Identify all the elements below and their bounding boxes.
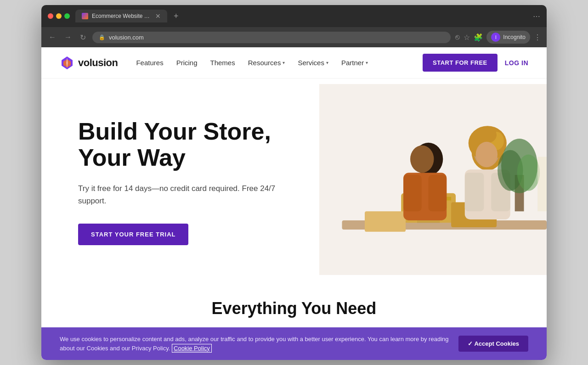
minimize-button[interactable] (56, 13, 62, 19)
trial-cta-button[interactable]: START YOUR FREE TRIAL (78, 224, 188, 245)
forward-button[interactable]: → (62, 32, 74, 42)
lock-icon: 🔒 (99, 34, 105, 40)
svg-point-29 (517, 155, 540, 191)
svg-rect-12 (403, 175, 422, 211)
nav-features[interactable]: Features (136, 59, 163, 67)
new-tab-button[interactable]: + (171, 11, 181, 22)
teaser-section: Everything You Need (41, 281, 547, 327)
logo-link[interactable]: volusion (60, 56, 118, 70)
tab-title: Ecommerce Website Store & S (92, 13, 152, 19)
tab-bar: Ecommerce Website Store & S ✕ + (75, 10, 527, 22)
browser-toolbar: ← → ↻ 🔒 volusion.com ⎋ ☆ 🧩 I Incognito ⋮ (41, 27, 547, 47)
site-navigation: volusion Features Pricing Themes Resourc… (41, 47, 547, 79)
svg-rect-9 (365, 211, 406, 232)
traffic-lights (48, 13, 70, 19)
maximize-button[interactable] (64, 13, 70, 19)
cookie-banner: We use cookies to personalize content an… (41, 327, 547, 360)
accept-cookies-button[interactable]: Accept Cookies (458, 336, 528, 352)
address-bar[interactable]: 🔒 volusion.com (92, 32, 451, 43)
logo-text: volusion (78, 57, 118, 69)
svg-point-24 (412, 149, 432, 172)
close-button[interactable] (48, 13, 53, 19)
extensions-icon[interactable]: 🧩 (474, 33, 483, 42)
svg-point-23 (477, 127, 497, 143)
tab-favicon (82, 13, 88, 19)
nav-links: Features Pricing Themes Resources ▾ Serv… (136, 59, 423, 67)
cookie-text: We use cookies to personalize content an… (60, 335, 449, 353)
hero-title: Build Your Store, Your Way (78, 118, 301, 171)
back-button[interactable]: ← (47, 32, 58, 42)
browser-window: Ecommerce Website Store & S ✕ + ⋯ ← → ↻ … (41, 5, 547, 360)
nav-themes[interactable]: Themes (210, 59, 235, 67)
active-tab[interactable]: Ecommerce Website Store & S ✕ (75, 10, 167, 22)
hero-section: Build Your Store, Your Way Try it free f… (41, 79, 547, 281)
nav-partner[interactable]: Partner ▾ (341, 59, 368, 67)
svg-point-25 (476, 142, 498, 167)
svg-rect-13 (429, 175, 447, 211)
profile-button[interactable]: I Incognito (486, 31, 530, 44)
tab-close-icon[interactable]: ✕ (155, 12, 161, 20)
nav-resources[interactable]: Resources ▾ (248, 59, 285, 67)
resources-dropdown-icon: ▾ (283, 60, 285, 65)
profile-name: Incognito (503, 34, 526, 40)
window-menu-icon[interactable]: ⋯ (533, 12, 540, 21)
hero-subtitle: Try it free for 14 days—no credit card r… (78, 182, 299, 207)
hero-right (319, 79, 547, 281)
svg-rect-17 (465, 173, 484, 211)
hero-left: Build Your Store, Your Way Try it free f… (41, 79, 319, 281)
browser-titlebar: Ecommerce Website Store & S ✕ + ⋯ (41, 5, 547, 27)
page-content: volusion Features Pricing Themes Resourc… (41, 47, 547, 360)
cookie-policy-link[interactable]: Cookie Policy (172, 344, 212, 353)
nav-actions: START FOR FREE LOG IN (423, 54, 528, 72)
hero-image (319, 79, 547, 281)
profile-avatar: I (491, 33, 500, 42)
nav-services[interactable]: Services ▾ (298, 59, 328, 67)
nav-pricing[interactable]: Pricing (176, 59, 198, 67)
cast-icon[interactable]: ⎋ (455, 33, 460, 41)
teaser-title: Everything You Need (78, 299, 510, 318)
partner-dropdown-icon: ▾ (366, 60, 368, 65)
start-free-button[interactable]: START FOR FREE (423, 54, 498, 72)
url-text: volusion.com (109, 34, 144, 41)
svg-rect-30 (537, 157, 547, 212)
logo-icon (60, 56, 74, 70)
bookmark-icon[interactable]: ☆ (464, 33, 470, 42)
reload-button[interactable]: ↻ (78, 32, 88, 43)
toolbar-actions: ⎋ ☆ 🧩 I Incognito ⋮ (455, 31, 541, 44)
login-link[interactable]: LOG IN (505, 59, 528, 67)
chrome-menu-icon[interactable]: ⋮ (534, 33, 541, 42)
services-dropdown-icon: ▾ (326, 60, 328, 65)
